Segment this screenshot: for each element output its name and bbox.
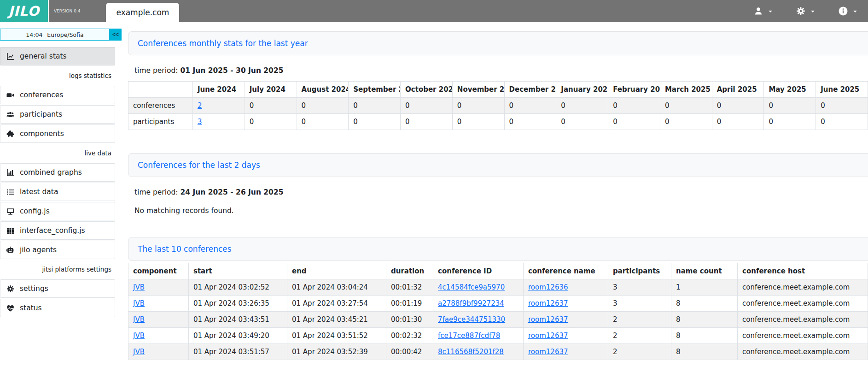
monthly-value-cell: 0 <box>816 98 868 114</box>
component-link[interactable]: JVB <box>133 332 145 340</box>
monthly-value-cell: 0 <box>712 114 764 130</box>
last10-cell-component: JVB <box>128 312 189 328</box>
conference-name-link[interactable]: room12637 <box>528 315 568 324</box>
monthly-count-link[interactable]: 2 <box>198 101 202 110</box>
sidebar-item-components[interactable]: components <box>0 124 115 143</box>
last10-cell-duration: 00:01:32 <box>386 279 433 296</box>
last-2-days-card-header: Conferences for the last 2 days <box>128 153 868 177</box>
component-link[interactable]: JVB <box>133 283 145 291</box>
last-10-title-link[interactable]: The last 10 conferences <box>138 244 232 254</box>
last10-cell-component: JVB <box>128 296 189 312</box>
monthly-stats-title-link[interactable]: Conferences monthly stats for the last y… <box>138 39 308 48</box>
last10-header-conference-host: conference host <box>738 263 868 279</box>
monitor-icon <box>6 207 15 215</box>
last10-cell-conference-name: room12637 <box>524 328 608 344</box>
last10-header-conference-id: conference ID <box>433 263 524 279</box>
heart-pulse-icon <box>6 304 15 312</box>
tab-example-com[interactable]: example.com <box>106 3 179 22</box>
last-10-header-row: componentstartenddurationconference IDco… <box>128 263 868 279</box>
monthly-header-july-2024: July 2024 <box>245 82 297 98</box>
sidebar-item-label: combined graphs <box>20 168 82 177</box>
component-link[interactable]: JVB <box>133 315 145 324</box>
chart-line-icon <box>6 53 15 60</box>
sidebar-item-status[interactable]: status <box>0 299 115 317</box>
monthly-value-cell: 0 <box>349 98 401 114</box>
sidebar-item-config-js[interactable]: config.js <box>0 202 115 220</box>
monthly-count-link[interactable]: 3 <box>198 118 202 126</box>
last10-cell-conference-id: fce17ce887fcdf78 <box>433 328 524 344</box>
sidebar-section-header-logs-statistics: logs statistics <box>0 66 115 85</box>
conference-id-link[interactable]: 7fae9ce344751330 <box>438 315 505 324</box>
sidebar-item-settings[interactable]: settings <box>0 279 115 298</box>
monthly-value-cell: 0 <box>349 114 401 130</box>
component-link[interactable]: JVB <box>133 299 145 308</box>
sidebar-item-participants[interactable]: participants <box>0 105 115 124</box>
monthly-header-empty-cell <box>128 82 193 98</box>
last10-cell-end: 01 Apr 2024 03:52:39 <box>287 344 386 360</box>
sidebar-item-general-stats[interactable]: general stats <box>0 47 115 65</box>
monthly-value-cell: 2 <box>193 98 245 114</box>
conference-id-link[interactable]: 8c116568f5201f28 <box>438 348 504 356</box>
component-link[interactable]: JVB <box>133 348 145 356</box>
last10-cell-component: JVB <box>128 279 189 296</box>
last10-header-conference-name: conference name <box>524 263 608 279</box>
sidebar-item-latest-data[interactable]: latest data <box>0 183 115 201</box>
page-layout: 14:04 Europe/Sofia << general statslogs … <box>0 22 868 373</box>
conference-name-link[interactable]: room12637 <box>528 299 568 308</box>
monthly-value-cell: 0 <box>764 98 816 114</box>
gear-menu[interactable] <box>796 6 815 16</box>
monthly-header-june-2025: June 2025 <box>816 82 868 98</box>
last10-cell-end: 01 Apr 2024 03:27:54 <box>287 296 386 312</box>
sidebar-item-conferences[interactable]: conferences <box>0 86 115 104</box>
monthly-row-label: participants <box>128 114 193 130</box>
conference-name-link[interactable]: room12637 <box>528 348 568 356</box>
last-2-days-title-link[interactable]: Conferences for the last 2 days <box>138 160 260 170</box>
last10-cell-conference-host: conference.meet.example.com <box>738 279 868 296</box>
last10-cell-end: 01 Apr 2024 03:04:24 <box>287 279 386 296</box>
info-icon <box>839 6 848 16</box>
sidebar-item-label: interface_config.js <box>20 226 85 235</box>
sidebar-item-interface-config-js[interactable]: interface_config.js <box>0 221 115 240</box>
monthly-value-cell: 0 <box>712 98 764 114</box>
sidebar-collapse-button[interactable]: << <box>110 29 122 41</box>
monthly-stats-header-row: June 2024July 2024August 2024September 2… <box>128 82 868 98</box>
last10-cell-name-count: 8 <box>671 312 738 328</box>
sidebar-item-jilo-agents[interactable]: jilo agents <box>0 241 115 259</box>
sidebar-item-label: latest data <box>20 188 58 196</box>
conference-id-link[interactable]: 4c14584fce9a5970 <box>438 283 505 291</box>
monthly-value-cell: 0 <box>297 114 349 130</box>
conference-name-link[interactable]: room12636 <box>528 283 568 291</box>
monthly-value-cell: 0 <box>608 98 660 114</box>
topbar: JILO VERSION 0.4 example.com <box>0 0 868 22</box>
info-menu[interactable] <box>839 6 857 16</box>
time-period-label: time period: <box>134 188 178 196</box>
monthly-header-february-2025: February 2025 <box>608 82 660 98</box>
monthly-value-cell: 0 <box>452 98 504 114</box>
last10-cell-duration: 00:00:42 <box>386 344 433 360</box>
list-icon <box>6 188 15 196</box>
monthly-value-cell: 0 <box>556 114 608 130</box>
monthly-header-january-2025: January 2025 <box>556 82 608 98</box>
conference-name-link[interactable]: room12637 <box>528 332 568 340</box>
sidebar-menu: general statslogs statisticsconferencesp… <box>0 47 115 317</box>
monthly-value-cell: 0 <box>816 114 868 130</box>
last10-header-start: start <box>189 263 287 279</box>
conference-table-row: JVB01 Apr 2024 03:02:5201 Apr 2024 03:04… <box>128 279 868 296</box>
sidebar-item-combined-graphs[interactable]: combined graphs <box>0 163 115 182</box>
conference-id-link[interactable]: fce17ce887fcdf78 <box>438 332 500 340</box>
main-content: Conferences monthly stats for the last y… <box>122 22 868 373</box>
monthly-header-november-2024: November 2024 <box>452 82 504 98</box>
last10-cell-name-count: 1 <box>671 279 738 296</box>
sidebar-item-label: status <box>20 304 42 312</box>
last10-cell-start: 01 Apr 2024 03:49:20 <box>189 328 287 344</box>
user-menu[interactable] <box>754 6 772 16</box>
sidebar-time-row: 14:04 Europe/Sofia << <box>0 29 122 41</box>
monthly-value-cell: 3 <box>193 114 245 130</box>
conference-id-link[interactable]: a2788f9bf9927234 <box>438 299 504 308</box>
monthly-header-september-2024: September 2024 <box>349 82 401 98</box>
last10-cell-component: JVB <box>128 344 189 360</box>
monthly-value-cell: 0 <box>401 114 453 130</box>
monthly-value-cell: 0 <box>452 114 504 130</box>
monthly-header-august-2024: August 2024 <box>297 82 349 98</box>
last10-cell-name-count: 8 <box>671 344 738 360</box>
